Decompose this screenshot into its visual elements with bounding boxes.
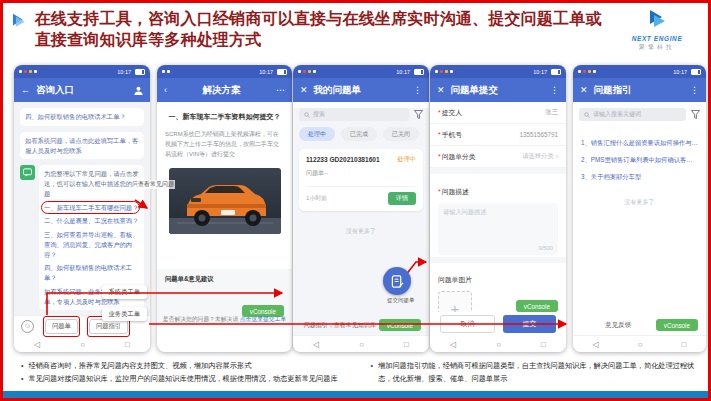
signal-icons bbox=[19, 70, 37, 73]
footer-notes: •经销商咨询时，推荐常见问题内容支持图文、视频，增加内容展示形式 •常见问题对接… bbox=[21, 359, 696, 386]
status-bar: 10:17 bbox=[430, 65, 566, 78]
back-icon[interactable]: ‹ bbox=[164, 85, 167, 95]
vconsole-button[interactable]: vConsole bbox=[516, 300, 558, 312]
close-icon[interactable]: ✕ bbox=[300, 85, 308, 95]
chip-system-ticket[interactable]: 系统类工单 bbox=[102, 285, 147, 299]
field-value: 请选择分类 bbox=[522, 152, 553, 161]
back-icon[interactable]: ← bbox=[21, 85, 30, 95]
nav-back-icon[interactable]: ◁ bbox=[593, 340, 599, 349]
android-nav: ◁ ○ □ bbox=[430, 335, 566, 352]
form-buttons: 取消 提交 bbox=[430, 312, 566, 336]
footer-left-column: •经销商咨询时，推荐常见问题内容支持图文、视频，增加内容展示形式 •常见问题对接… bbox=[21, 359, 347, 386]
guide-item[interactable]: 1、销售汇报什么是留资量该如何操作与流程 bbox=[581, 139, 698, 148]
person-icon[interactable] bbox=[134, 86, 143, 95]
funnel-icon[interactable] bbox=[691, 110, 700, 119]
nav-recent-icon[interactable]: □ bbox=[404, 340, 409, 349]
close-icon[interactable]: ✕ bbox=[437, 85, 445, 95]
slide: 在线支持工具，咨询入口经销商可以直接与在线坐席实时沟通、提交问题工单或直接查询知… bbox=[0, 0, 711, 401]
vconsole-button[interactable]: vConsole bbox=[379, 319, 421, 331]
status-time: 10:17 bbox=[117, 69, 131, 75]
nav-home-icon[interactable]: ○ bbox=[496, 340, 501, 349]
search-icon bbox=[584, 112, 590, 118]
nav-home-icon[interactable]: ○ bbox=[80, 340, 85, 349]
chevron-right-icon: › bbox=[556, 153, 558, 160]
nav-recent-icon[interactable]: □ bbox=[682, 340, 687, 349]
logo-subtitle: 聚擎科技 bbox=[618, 43, 696, 52]
guide-hint-row: 问题指引，查看常见知识库 vConsole bbox=[293, 314, 429, 336]
smiley-icon[interactable]: ☺ bbox=[21, 320, 34, 333]
agent-avatar-icon bbox=[20, 165, 35, 180]
agent-intro: 为您整理以下常见问题，请点击发送，也可以在输入框中描述您的问题 bbox=[44, 169, 139, 198]
phone-question-guide: 10:17 ✕ 问题指引 ⋮ 请输入搜索关键词 1、销售汇报什么是留资量该如何操… bbox=[573, 65, 706, 352]
ticket-card[interactable]: 112233 GD20210381601 处理中 问题单-- 1小时前 详情 bbox=[299, 149, 423, 211]
guide-item[interactable]: 2、PMS里销售订单列表中如何确认客户已成交 bbox=[581, 156, 698, 165]
ticket-detail-button[interactable]: 详情 bbox=[388, 192, 416, 205]
status-time: 10:17 bbox=[259, 69, 273, 75]
nav-home-icon[interactable]: ○ bbox=[359, 340, 364, 349]
more-icon[interactable]: ⋯ bbox=[276, 85, 285, 95]
chat-header: ← 咨询入口 bbox=[14, 78, 150, 102]
ticket-button[interactable]: 问题单 bbox=[45, 319, 78, 334]
nav-recent-icon[interactable]: □ bbox=[541, 340, 546, 349]
battery-icon bbox=[277, 69, 287, 75]
faq-item-1[interactable]: 一、新车现车二手车有哪些问题？ bbox=[44, 203, 139, 213]
faq-item-4[interactable]: 四、如何获取销售的电联话术工单？ bbox=[44, 263, 139, 283]
field-phone[interactable]: 手机号 13551565791 bbox=[430, 124, 566, 146]
tab-processing[interactable]: 处理中 bbox=[299, 127, 335, 141]
article-header-title: 解决方案 bbox=[173, 84, 270, 97]
feedback-link[interactable]: 意见反馈 bbox=[581, 321, 656, 330]
close-icon[interactable]: ✕ bbox=[580, 85, 588, 95]
cancel-button[interactable]: 取消 bbox=[440, 315, 495, 333]
android-nav: ◁ ○ □ bbox=[14, 335, 150, 352]
guide-hint-text: 问题指引，查看常见知识库 bbox=[301, 321, 379, 330]
faq-item-3[interactable]: 三、如何查看并导出巡检、看板、查询、消息回复、完成客户的内容？ bbox=[44, 230, 139, 259]
field-label: 问题单分类 bbox=[438, 152, 476, 162]
nav-back-icon[interactable]: ◁ bbox=[34, 340, 40, 349]
field-label: 问题单图片 bbox=[438, 276, 472, 283]
slide-header: 在线支持工具，咨询入口经销商可以直接与在线坐席实时沟通、提交问题工单或直接查询知… bbox=[13, 9, 616, 51]
nav-home-icon[interactable]: ○ bbox=[638, 340, 643, 349]
faq-item-2[interactable]: 二、什么是表显、工况在线查询？ bbox=[44, 216, 139, 226]
submit-ticket-annotation-label: 提交问题单 bbox=[387, 297, 415, 304]
battery-icon bbox=[414, 69, 424, 75]
article-title: 一、新车现车二手车资料如何提交？ bbox=[165, 112, 284, 122]
ticket-status-badge: 处理中 bbox=[397, 155, 416, 164]
phone-ticket-list: 10:17 ✕ 我的问题单 ⋮ 搜索 处理中 已完成 已关闭 bbox=[293, 65, 429, 352]
ticket-number: 112233 GD20210381601 bbox=[306, 156, 380, 163]
search-row: 请输入搜索关键词 bbox=[579, 108, 700, 121]
nav-back-icon[interactable]: ◁ bbox=[313, 340, 319, 349]
status-time: 10:17 bbox=[396, 69, 410, 75]
search-input[interactable]: 搜索 bbox=[299, 108, 409, 121]
submit-button[interactable]: 提交 bbox=[503, 315, 556, 333]
submit-ticket-circle-icon bbox=[383, 267, 411, 295]
guide-item[interactable]: 3、关于档案部分车型 bbox=[581, 173, 698, 182]
kebab-menu-icon[interactable]: ⋮ bbox=[550, 85, 559, 95]
guide-title: 问题指引 bbox=[594, 84, 632, 97]
kebab-menu-icon[interactable]: ⋮ bbox=[690, 85, 699, 95]
field-category[interactable]: 问题单分类 请选择分类› bbox=[430, 146, 566, 168]
nav-back-icon[interactable]: ◁ bbox=[450, 340, 456, 349]
signal-icons bbox=[298, 70, 316, 73]
form-header: ✕ 问题单提交 ⋮ bbox=[430, 78, 566, 102]
tab-finished[interactable]: 已完成 bbox=[341, 127, 377, 141]
vconsole-button[interactable]: vConsole bbox=[656, 319, 698, 331]
search-input[interactable]: 请输入搜索关键词 bbox=[579, 108, 686, 121]
funnel-icon[interactable] bbox=[414, 110, 423, 119]
search-placeholder: 搜索 bbox=[313, 110, 325, 119]
field-value: 张三 bbox=[545, 108, 558, 117]
guide-header: ✕ 问题指引 ⋮ bbox=[573, 78, 706, 102]
nav-recent-icon[interactable]: □ bbox=[125, 340, 130, 349]
bottom-accent-bar bbox=[3, 391, 708, 398]
description-textarea[interactable]: 请输入问题描述 0/500 bbox=[438, 203, 558, 255]
chat-bubble: 如有系统问题，请点击此处填写工单，客服人员及时与您联系 bbox=[20, 132, 144, 160]
tab-closed[interactable]: 已关闭 bbox=[383, 127, 419, 141]
kebab-menu-icon[interactable]: ⋮ bbox=[413, 85, 422, 95]
textarea-placeholder: 请输入问题描述 bbox=[443, 208, 486, 215]
signal-icons bbox=[578, 70, 596, 73]
field-submitter[interactable]: 提交人 张三 bbox=[430, 102, 566, 124]
signal-icons bbox=[435, 70, 453, 73]
ticket-time: 1小时前 bbox=[306, 194, 327, 203]
chip-business-ticket[interactable]: 业务类工单 bbox=[102, 307, 147, 321]
status-bar: 10:17 bbox=[293, 65, 429, 78]
submit-ticket-link[interactable]: 点击这里提交工单 bbox=[240, 316, 286, 322]
